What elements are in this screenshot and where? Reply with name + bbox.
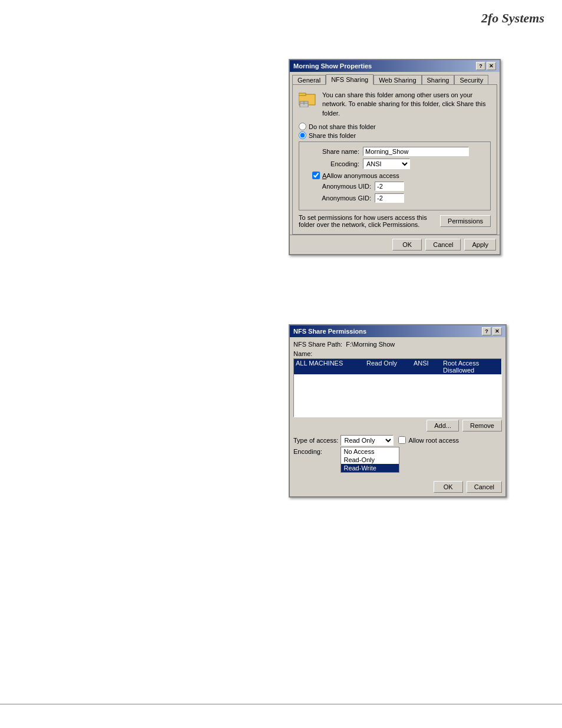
type-access-row: Type of access: Read Only No Access Read…	[293, 435, 394, 446]
no-share-label: Do not share this folder	[309, 123, 376, 130]
info-section: You can share this folder among other us…	[299, 91, 491, 118]
share-name-row: Share name:	[304, 147, 485, 156]
allow-root-checkbox[interactable]	[398, 436, 406, 444]
no-share-row: Do not share this folder	[299, 123, 491, 130]
permissions-row: To set permissions for how users access …	[299, 214, 491, 228]
allow-root-section: Allow root access	[398, 436, 459, 444]
morning-show-properties-dialog: Morning Show Properties ? ✕ General NFS …	[289, 59, 501, 255]
morning-show-title: Morning Show Properties	[293, 62, 372, 70]
anonymous-uid-row: Anonymous UID:	[304, 182, 485, 191]
permissions-description: To set permissions for how users access …	[299, 214, 435, 228]
morning-show-bottom-buttons: OK Cancel Apply	[290, 235, 500, 254]
access-section: Type of access: Read Only No Access Read…	[293, 435, 502, 457]
access-dropdown-list[interactable]: No Access Read-Only Read-Write	[340, 447, 399, 473]
share-radio-group: Do not share this folder Share this fold…	[299, 123, 491, 139]
company-logo: 2fo Systems	[481, 11, 544, 26]
tab-nfs-sharing[interactable]: NFS Sharing	[326, 74, 373, 85]
share-row: Share this folder	[299, 131, 491, 139]
perm-encoding: ANSI	[414, 360, 443, 374]
encoding-label: Encoding:	[304, 160, 363, 167]
allow-anonymous-text: Allow anonymous access	[326, 172, 399, 179]
allow-anonymous-checkbox[interactable]	[312, 172, 320, 179]
allow-anonymous-label: AAllow anonymous access	[322, 172, 399, 179]
access-dropdown-wrapper: Read Only No Access Read-Only Read-Write	[340, 435, 394, 446]
nfs-ok-button[interactable]: OK	[434, 481, 463, 493]
perm-name: ALL MACHINES	[296, 360, 366, 374]
anonymous-gid-row: Anonymous GID:	[304, 193, 485, 203]
encoding-nfs-label: Encoding:	[293, 448, 322, 455]
nfs-permissions-content: NFS Share Path: F:\Morning Show Name: AL…	[290, 337, 505, 496]
anonymous-gid-input[interactable]	[375, 193, 404, 203]
access-left: Type of access: Read Only No Access Read…	[293, 435, 394, 457]
svg-rect-1	[299, 93, 306, 95]
read-only-option[interactable]: Read-Only	[341, 456, 399, 464]
cancel-button[interactable]: Cancel	[425, 239, 461, 251]
no-share-radio[interactable]	[299, 123, 306, 130]
encoding-select[interactable]: ANSI UTF-8	[363, 159, 410, 169]
nfs-permissions-title: NFS Share Permissions	[293, 328, 366, 335]
add-remove-buttons: Add... Remove	[293, 420, 502, 431]
permissions-button[interactable]: Permissions	[440, 215, 491, 227]
anonymous-uid-label: Anonymous UID:	[316, 183, 375, 190]
add-button[interactable]: Add...	[427, 420, 459, 431]
anonymous-gid-label: Anonymous GID:	[316, 195, 375, 202]
nfs-share-permissions-dialog: NFS Share Permissions ? ✕ NFS Share Path…	[289, 324, 507, 498]
nfs-bottom-buttons: OK Cancel	[293, 481, 502, 493]
nfs-path-value: F:\Morning Show	[346, 341, 395, 348]
bottom-separator	[0, 704, 562, 704]
allow-anonymous-row: AAllow anonymous access	[304, 172, 485, 179]
nfs-permissions-titlebar: NFS Share Permissions ? ✕	[290, 325, 505, 337]
perm-row-all-machines[interactable]: ALL MACHINES Read Only ANSI Root Access …	[294, 359, 501, 374]
nfs-titlebar-buttons: ? ✕	[482, 327, 502, 335]
name-label: Name:	[293, 350, 502, 357]
share-options-groupbox: Share name: Encoding: ANSI UTF-8 A	[299, 141, 491, 210]
anonymous-uid-input[interactable]	[375, 182, 404, 191]
permissions-list[interactable]: ALL MACHINES Read Only ANSI Root Access …	[293, 358, 502, 417]
perm-access: Read Only	[366, 360, 414, 374]
morning-show-titlebar: Morning Show Properties ? ✕	[290, 60, 500, 72]
logo-text: 2fo Systems	[481, 11, 544, 25]
nfs-help-button[interactable]: ?	[482, 327, 491, 335]
type-access-select[interactable]: Read Only	[340, 435, 394, 446]
nfs-path-row: NFS Share Path: F:\Morning Show	[293, 341, 502, 348]
titlebar-buttons: ? ✕	[476, 62, 496, 70]
share-name-input[interactable]	[363, 147, 469, 156]
apply-button[interactable]: Apply	[464, 239, 496, 251]
share-label: Share this folder	[309, 132, 356, 139]
perm-root: Root Access Disallowed	[443, 360, 502, 374]
help-button[interactable]: ?	[476, 62, 485, 70]
nfs-sharing-tab-content: You can share this folder among other us…	[292, 84, 497, 235]
share-radio[interactable]	[299, 131, 306, 139]
no-access-option[interactable]: No Access	[341, 447, 399, 456]
close-button[interactable]: ✕	[487, 62, 496, 70]
encoding-row: Encoding: ANSI UTF-8	[304, 159, 485, 169]
share-name-label: Share name:	[304, 148, 363, 155]
nfs-path-label: NFS Share Path:	[293, 341, 342, 348]
read-write-option[interactable]: Read-Write	[341, 464, 399, 472]
allow-root-label: Allow root access	[408, 437, 459, 444]
nfs-cancel-button[interactable]: Cancel	[467, 481, 502, 493]
type-access-label: Type of access:	[293, 437, 338, 444]
remove-button[interactable]: Remove	[462, 420, 502, 431]
info-description: You can share this folder among other us…	[322, 91, 491, 118]
property-tabs: General NFS Sharing Web Sharing Sharing …	[292, 74, 497, 85]
nfs-close-button[interactable]: ✕	[492, 327, 502, 335]
folder-share-icon	[299, 91, 318, 107]
ok-button[interactable]: OK	[392, 239, 422, 251]
